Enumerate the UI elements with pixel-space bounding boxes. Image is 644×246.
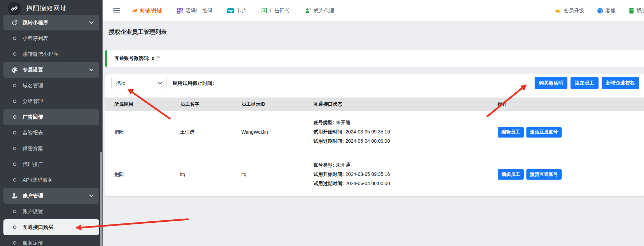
sidebar-item-留资报表[interactable]: 留资报表 [3,125,99,141]
sidebar-item-跳转微信小程序[interactable]: 跳转微信小程序 [3,46,99,62]
sidebar-item-域名管理[interactable]: 域名管理 [3,78,99,93]
nav-item-帮助[interactable]: 帮助 [629,8,644,14]
status-line: 试用过期时间:2024-06-04 00:00:00 [313,138,498,144]
sidebar-menu: 跳转小程序小程序列表跳转微信小程序专属设置域名管理分组管理广告回传留资报表保密方… [0,15,103,246]
sidebar-item-服务定价[interactable]: 服务定价 [3,235,99,246]
sidebar-item-label: 留资报表 [23,130,43,136]
hamburger-icon[interactable] [111,5,122,16]
sidebar-item-保密方案[interactable]: 保密方案 [3,141,99,156]
toolbar-buttons: 购买激活码添加员工新增企业授权 [535,77,639,89]
help-book-icon [629,8,634,14]
nav-item-短链/外链[interactable]: 短链/外链 [132,8,162,14]
nav-item-客服[interactable]: 客服 [597,8,616,14]
bullet-icon [10,131,19,134]
card-icon [227,8,234,13]
nav-item-label: 帮助 [636,8,644,14]
nav-item-label: 广告回传 [269,8,290,14]
激活互通账号-button[interactable]: 激活互通账号 [526,127,562,138]
cell-display-id: WangWeiJin [241,129,313,135]
brand-title: 抱阳缩短网址 [26,4,67,13]
bullet-icon [10,210,19,213]
sidebar-item-账户设置[interactable]: 账户设置 [3,204,99,219]
status-label: 账号类型: [313,120,334,125]
status-value: 2024-06-04 00:00:00 [346,181,390,186]
app-select[interactable]: 抱阳 [111,77,166,89]
status-label: 试用开始时间: [313,129,344,134]
column-header-操作: 操作 [498,101,644,107]
navbar-menu: 短链/外链活码/二维码卡片广告回传成为代理 [132,0,334,21]
page-title: 授权企业员工管理列表 [109,28,644,36]
sidebar-item-label: 跳转微信小程序 [23,51,58,57]
bullet-icon [10,241,19,245]
激活互通账号-button[interactable]: 激活互通账号 [526,169,562,180]
bullet-icon [10,84,19,87]
bullet-icon [10,52,19,56]
status-label: 账号类型: [313,162,334,168]
status-line: 试用过期时间:2024-06-04 00:00:00 [313,181,498,187]
status-line: 账号类型:未开通 [313,162,498,168]
sidebar-item-代理推广[interactable]: 代理推广 [3,156,99,172]
新增企业授权-button[interactable]: 新增企业授权 [602,77,639,89]
nav-item-label: 会员升级 [564,8,584,14]
nav-item-label: 卡片 [236,8,246,14]
cell-actions: 编辑员工激活互通账号 [498,127,644,138]
sidebar-item-API/源码服务[interactable]: API/源码服务 [3,172,99,188]
navbar-user-menu: 会员升级客服帮助 [554,0,644,21]
user-gear-icon [10,193,19,199]
status-label: 试用过期时间: [313,181,344,186]
sidebar-item-账户管理[interactable]: 账户管理 [3,188,99,204]
column-header-员工显示ID: 员工显示ID [241,101,313,107]
sidebar-item-label: 互通接口购买 [23,224,53,231]
sidebar-item-跳转小程序[interactable]: 跳转小程序 [3,15,99,30]
sidebar-item-小程序列表[interactable]: 小程序列表 [3,30,99,46]
sidebar-item-label: 分组管理 [23,98,43,105]
nav-item-广告回传[interactable]: 广告回传 [261,8,290,14]
status-value: 未开通 [336,162,350,168]
sidebar-item-label: API/源码服务 [23,177,53,183]
activation-code-alert: 互通账号激活码: 0 个 [105,50,644,67]
sidebar-item-专属设置[interactable]: 专属设置 [3,62,99,78]
table-body: 抱阳王伟进WangWeiJin账号类型:未开通试用开始时间:2024-03-05… [105,111,644,195]
main-content: 授权企业员工管理列表 互通账号激活码: 0 个 抱阳 应用试用截止时间: 购买激… [103,21,644,246]
palette-icon [10,67,19,73]
toolbar: 抱阳 应用试用截止时间: 购买激活码添加员工新增企业授权 [105,74,644,89]
top-navbar: 短链/外链活码/二维码卡片广告回传成为代理 会员升级客服帮助 [103,0,644,21]
cell-interface-status: 账号类型:未开通试用开始时间:2024-03-05 09:35:16试用过期时间… [313,162,498,187]
status-value: 2024-06-04 00:00:00 [346,138,390,144]
crown-icon [554,8,561,13]
nav-item-会员升级[interactable]: 会员升级 [554,8,584,14]
nav-item-label: 成为代理 [313,8,334,14]
miniprogram-jump-icon [10,20,19,26]
chevron-down-icon [89,68,94,72]
sidebar-item-广告回传[interactable]: 广告回传 [3,109,99,125]
nav-item-卡片[interactable]: 卡片 [227,8,246,14]
column-header-员工名字: 员工名字 [180,101,241,107]
sidebar-item-label: 账户设置 [23,208,43,215]
sidebar-item-label: 服务定价 [23,240,43,246]
alert-label: 互通账号激活码: [115,55,150,62]
sidebar-item-label: 广告回传 [23,114,43,120]
sidebar-item-分组管理[interactable]: 分组管理 [3,93,99,109]
sidebar-scrollbar-thumb[interactable] [100,152,102,246]
bullet-icon [10,100,19,103]
trial-deadline-label: 应用试用截止时间: [173,80,214,87]
nav-item-活码/二维码[interactable]: 活码/二维码 [177,8,212,14]
bullet-icon [10,115,19,119]
购买激活码-button[interactable]: 购买激活码 [535,77,567,89]
status-value: 2024-03-05 09:35:16 [346,171,390,177]
添加员工-button[interactable]: 添加员工 [571,77,599,89]
cell-display-id: ltq [241,172,313,177]
编辑员工-button[interactable]: 编辑员工 [498,127,524,138]
编辑员工-button[interactable]: 编辑员工 [498,169,524,180]
sidebar-item-label: 保密方案 [23,145,43,152]
qrcode-icon [177,8,183,14]
sidebar-item-label: 专属设置 [23,67,43,73]
nav-item-成为代理[interactable]: 成为代理 [305,8,334,14]
alert-count: 0 [152,56,155,61]
nav-item-label: 短链/外链 [140,8,162,14]
status-value: 未开通 [336,120,350,125]
chevron-down-icon [89,21,94,24]
sidebar-item-label: 小程序列表 [23,35,48,42]
status-label: 试用开始时间: [313,171,344,177]
sidebar-item-label: 账户管理 [23,193,43,199]
